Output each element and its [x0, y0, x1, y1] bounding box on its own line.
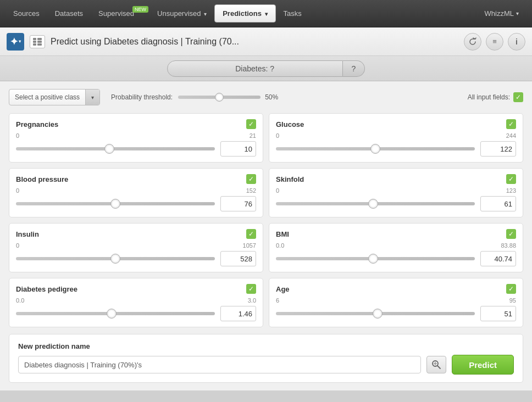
field-card-blood-pressure: Blood pressure ✓ 0 152 [9, 168, 263, 217]
field-range-row: 0 152 [16, 187, 256, 194]
page-title: Predict using Diabetes diagnosis | Train… [51, 37, 458, 47]
field-slider-thumb[interactable] [107, 309, 117, 319]
field-name-label: Insulin [16, 230, 39, 238]
field-slider-thumb[interactable] [373, 309, 383, 319]
field-checkbox[interactable]: ✓ [506, 229, 516, 239]
field-slider-track [276, 312, 475, 315]
controls-row: Select a positive class ▾ Probability th… [9, 89, 523, 105]
field-max-label: 95 [509, 297, 516, 304]
logo-symbol: ✦ [10, 36, 18, 48]
field-card-pregnancies: Pregnancies ✓ 0 21 [9, 113, 263, 163]
positive-class-arrow-icon[interactable]: ▾ [85, 90, 99, 105]
field-checkbox[interactable]: ✓ [246, 119, 256, 129]
grid-icon [33, 38, 42, 46]
field-slider-row [16, 251, 256, 266]
field-header: Blood pressure ✓ [16, 174, 256, 184]
field-value-input[interactable] [480, 306, 516, 321]
field-value-input[interactable] [480, 141, 516, 157]
field-max-label: 1057 [243, 242, 256, 249]
field-checkbox[interactable]: ✓ [506, 119, 516, 129]
positive-class-label: Select a positive class [9, 93, 85, 101]
nav-tasks[interactable]: Tasks [276, 5, 309, 22]
field-slider-track [16, 147, 215, 150]
svg-rect-0 [33, 38, 36, 40]
nav-unsupervised[interactable]: Unsupervised ▾ [149, 5, 214, 22]
search-icon-btn[interactable] [426, 356, 446, 373]
grid-icon-btn[interactable] [30, 35, 45, 48]
field-value-input[interactable] [220, 306, 256, 321]
all-fields-row: All input fields: ✓ [468, 92, 523, 102]
field-card-glucose: Glucose ✓ 0 244 [269, 113, 523, 163]
app-logo[interactable]: ✦ ▾ [7, 33, 24, 51]
field-slider-thumb[interactable] [368, 199, 378, 209]
new-badge: NEW [132, 6, 148, 13]
field-slider-row [16, 306, 256, 321]
svg-rect-3 [37, 41, 42, 43]
logo-arrow-icon: ▾ [19, 39, 21, 44]
nav-sources[interactable]: Sources [5, 5, 47, 22]
nav-predictions[interactable]: Predictions ▾ [214, 4, 275, 23]
field-card-diabetes-pedigree: Diabetes pedigree ✓ 0.0 3.0 [9, 278, 263, 327]
code-icon: ≡ [492, 37, 497, 46]
field-min-label: 0 [276, 187, 279, 194]
positive-class-select[interactable]: Select a positive class ▾ [9, 89, 100, 105]
field-slider-thumb[interactable] [110, 199, 120, 209]
field-header: Age ✓ [276, 284, 516, 294]
field-checkbox[interactable]: ✓ [246, 284, 256, 294]
whizzml-arrow-icon: ▾ [516, 10, 519, 16]
header-bar: ✦ ▾ Predict using Diabetes diagnosis | T… [0, 27, 532, 56]
field-checkbox[interactable]: ✓ [246, 229, 256, 239]
field-value-input[interactable] [220, 251, 256, 266]
field-value-input[interactable] [220, 196, 256, 211]
field-card-skinfold: Skinfold ✓ 0 123 [269, 168, 523, 217]
field-range-row: 0.0 83.88 [276, 242, 516, 249]
field-name-label: Glucose [276, 120, 304, 129]
field-slider-thumb[interactable] [104, 144, 114, 154]
probability-pct-label: 50% [265, 93, 278, 101]
field-range-row: 0 123 [276, 187, 516, 194]
field-slider-row [276, 251, 516, 266]
info-icon-btn[interactable]: i [508, 33, 525, 51]
field-value-input[interactable] [480, 251, 516, 266]
field-slider-track [16, 202, 215, 205]
field-card-bmi: BMI ✓ 0.0 83.88 [269, 223, 523, 272]
field-card-age: Age ✓ 6 95 [269, 278, 523, 327]
field-value-input[interactable] [220, 141, 256, 157]
prediction-name-input[interactable] [18, 356, 421, 373]
field-max-label: 21 [250, 132, 256, 139]
field-checkbox[interactable]: ✓ [246, 174, 256, 184]
code-icon-btn[interactable]: ≡ [486, 33, 503, 51]
field-slider-thumb[interactable] [370, 144, 380, 154]
predict-bar: Diabetes: ? ? [0, 56, 532, 81]
svg-rect-4 [33, 43, 36, 46]
field-checkbox[interactable]: ✓ [506, 284, 516, 294]
field-slider-row [276, 306, 516, 321]
field-min-label: 0 [276, 132, 279, 139]
field-slider-thumb[interactable] [110, 254, 120, 264]
all-fields-checkbox[interactable]: ✓ [513, 92, 523, 102]
field-value-input[interactable] [480, 196, 516, 211]
field-slider-row [16, 196, 256, 211]
field-range-row: 6 95 [276, 297, 516, 304]
search-icon [431, 360, 441, 370]
nav-datasets[interactable]: Datasets [47, 5, 91, 22]
field-header: Glucose ✓ [276, 119, 516, 129]
bottom-section: New prediction name Predict [9, 334, 523, 383]
field-name-label: Pregnancies [16, 120, 58, 129]
nav-whizzml[interactable]: WhizzML ▾ [477, 5, 527, 22]
field-checkbox[interactable]: ✓ [506, 174, 516, 184]
field-slider-thumb[interactable] [368, 254, 378, 264]
field-min-label: 0 [16, 132, 19, 139]
field-min-label: 0 [16, 242, 19, 249]
probability-slider-thumb[interactable] [215, 93, 224, 102]
unsupervised-arrow-icon: ▾ [204, 11, 207, 17]
nav-supervised[interactable]: Supervised NEW [91, 5, 149, 22]
predictions-arrow-icon: ▾ [265, 11, 268, 17]
bottom-row: Predict [18, 355, 514, 375]
field-header: Pregnancies ✓ [16, 119, 256, 129]
question-btn[interactable]: ? [343, 60, 365, 77]
svg-rect-2 [33, 41, 36, 43]
refresh-icon-btn[interactable] [464, 33, 481, 51]
fields-grid: Pregnancies ✓ 0 21 Glucose ✓ 0 244 [9, 113, 523, 327]
predict-button[interactable]: Predict [452, 355, 514, 375]
